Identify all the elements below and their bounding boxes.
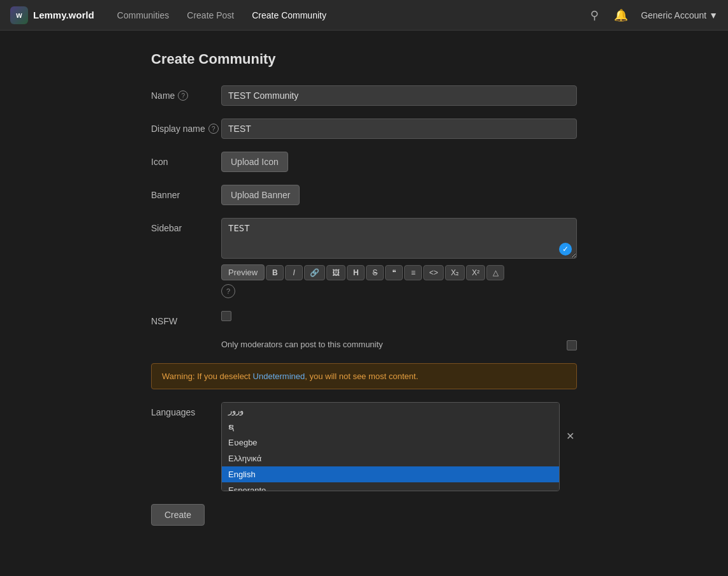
search-button[interactable]: ⚲ [588, 6, 601, 25]
name-help-icon[interactable]: ? [178, 90, 188, 101]
mod-only-row: Only moderators can post to this communi… [151, 339, 577, 350]
lang-option-esperanto[interactable]: Esperanto [222, 482, 559, 491]
nsfw-checkbox[interactable] [221, 311, 231, 321]
nav-right: ⚲ 🔔 Generic Account ▼ [588, 6, 718, 25]
warning-text-after: , you will not see most content. [305, 371, 418, 381]
site-name: Lemmy.world [33, 10, 94, 20]
upload-banner-button[interactable]: Upload Banner [221, 185, 300, 205]
nav-links: Communities Create Post Create Community [110, 6, 588, 24]
name-input[interactable] [221, 85, 577, 106]
language-close-button[interactable]: ✕ [564, 428, 577, 445]
banner-field: Upload Banner [221, 185, 577, 205]
name-field [221, 85, 577, 106]
italic-button[interactable]: I [285, 265, 303, 280]
name-row: Name ? [151, 85, 577, 106]
banner-row: Banner Upload Banner [151, 185, 577, 205]
bold-button[interactable]: B [266, 265, 284, 280]
lang-option-evegbe[interactable]: Eʋegbe [222, 435, 559, 450]
display-name-help-icon[interactable]: ? [208, 124, 219, 134]
lang-option-english[interactable]: English [222, 466, 559, 482]
nav-communities[interactable]: Communities [110, 6, 177, 24]
warning-box: Warning: If you deselect Undetermined, y… [151, 363, 577, 389]
superscript-button[interactable]: X² [466, 265, 485, 280]
create-button[interactable]: Create [151, 504, 205, 526]
sidebar-field: TEST ✓ Preview B I 🔗 🖼 H S ❝ ≡ <> X₂ X² … [221, 218, 577, 298]
sidebar-label: Sidebar [151, 218, 221, 233]
navbar: w Lemmy.world Communities Create Post Cr… [0, 0, 728, 31]
page-title: Create Community [151, 51, 577, 68]
preview-button[interactable]: Preview [221, 264, 265, 280]
sidebar-row: Sidebar TEST ✓ Preview B I 🔗 🖼 H S ❝ ≡ <… [151, 218, 577, 298]
sidebar-textarea[interactable]: TEST [221, 218, 577, 259]
chevron-down-icon: ▼ [709, 10, 718, 20]
banner-label: Banner [151, 185, 221, 200]
mod-only-label-col [151, 339, 221, 344]
warning-highlight: Undetermined [253, 371, 305, 381]
display-name-row: Display name ? [151, 119, 577, 139]
lang-option-vorvor[interactable]: ورور [222, 403, 559, 419]
link-button[interactable]: 🔗 [304, 265, 325, 280]
languages-label: Languages [151, 402, 221, 417]
list-button[interactable]: ≡ [404, 265, 422, 280]
icon-field: Upload Icon [221, 152, 577, 172]
display-name-field [221, 119, 577, 139]
notifications-button[interactable]: 🔔 [611, 6, 630, 25]
site-logo: w [10, 6, 28, 24]
display-name-label: Display name ? [151, 119, 221, 134]
mod-only-checkbox[interactable] [567, 340, 577, 350]
strikethrough-button[interactable]: S [366, 265, 384, 280]
subscript-button[interactable]: X₂ [445, 265, 465, 280]
markdown-help-button[interactable]: ? [221, 284, 235, 298]
lang-option-lao[interactable]: ຊ [222, 419, 559, 435]
image-button[interactable]: 🖼 [326, 265, 346, 280]
account-label: Generic Account [641, 10, 706, 20]
warning-text-before: Warning: If you deselect [162, 371, 253, 381]
nav-create-post[interactable]: Create Post [179, 6, 242, 24]
lang-option-greek[interactable]: Ελληνικά [222, 450, 559, 466]
name-label: Name ? [151, 85, 221, 101]
mod-only-text: Only moderators can post to this communi… [221, 339, 560, 350]
code-button[interactable]: <> [423, 265, 444, 280]
language-select-wrapper: ورور ຊ Eʋegbe Ελληνικά English Esperanto [221, 402, 560, 491]
icon-label: Icon [151, 152, 221, 167]
header-button[interactable]: H [347, 265, 365, 280]
nav-create-community[interactable]: Create Community [244, 6, 334, 24]
nsfw-label: NSFW [151, 311, 221, 326]
site-brand[interactable]: w Lemmy.world [10, 6, 94, 24]
mod-only-field: Only moderators can post to this communi… [221, 339, 577, 350]
upload-icon-button[interactable]: Upload Icon [221, 152, 288, 172]
spoiler-button[interactable]: △ [486, 265, 504, 280]
sidebar-container: TEST ✓ [221, 218, 577, 261]
display-name-input[interactable] [221, 119, 577, 139]
account-menu-button[interactable]: Generic Account ▼ [641, 10, 718, 20]
language-list[interactable]: ورور ຊ Eʋegbe Ελληνικά English Esperanto [221, 402, 560, 491]
main-content: Create Community Name ? Display name ? I… [141, 31, 587, 564]
nsfw-row: NSFW [151, 311, 577, 326]
icon-row: Icon Upload Icon [151, 152, 577, 172]
languages-row: Languages ورور ຊ Eʋegbe Ελληνικά English… [151, 402, 577, 491]
nsfw-field [221, 311, 577, 321]
quote-button[interactable]: ❝ [385, 265, 403, 280]
editor-toolbar: Preview B I 🔗 🖼 H S ❝ ≡ <> X₂ X² △ [221, 264, 577, 280]
sidebar-check-icon: ✓ [559, 243, 572, 256]
